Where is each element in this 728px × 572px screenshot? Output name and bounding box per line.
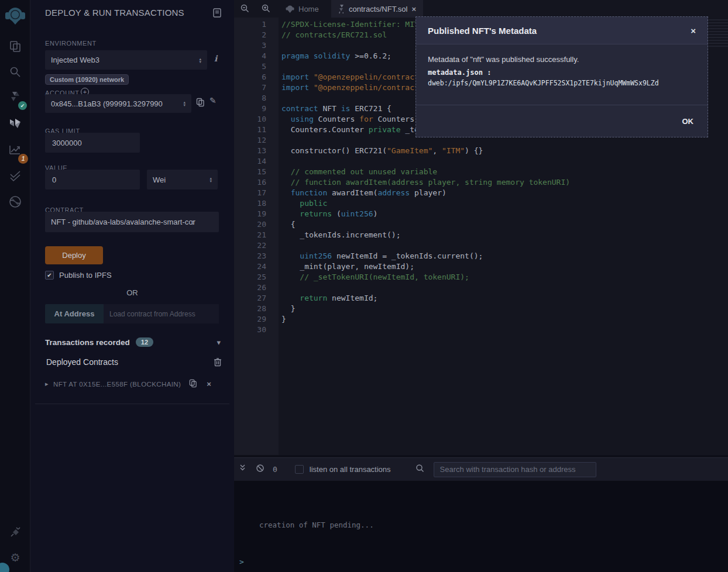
minimap[interactable] [709,19,728,49]
compiler-success-badge: ✔ [18,101,27,110]
value-input[interactable] [45,170,140,189]
deploy-panel: DEPLOY & RUN TRANSACTIONS ENVIRONMENT In… [30,0,234,572]
chevron-right-icon[interactable]: ▸ [45,380,49,388]
transactions-count-badge: 12 [136,337,153,347]
documentation-icon[interactable] [213,8,222,20]
modal-body: Metadata of "nft" was published successf… [416,44,708,105]
code-line: public [281,198,570,209]
plugin-manager-icon[interactable] [0,522,30,542]
analytics-notification-badge: 1 [18,154,28,164]
environment-label: ENVIRONMENT [45,40,97,47]
solidity-compiler-icon[interactable]: ✔ [0,87,30,109]
value-unit-select[interactable]: Wei ▴▾ [147,170,218,189]
code-line [281,325,570,335]
environment-value: Injected Web3 [51,56,99,64]
modal-title: Published NFT's Metadata [428,26,537,36]
terminal-pending-message: creation of NFT pending... [259,521,374,529]
editor-tabbar: Home contracts/NFT.sol × [234,0,728,18]
publish-ipfs-label: Publish to IPFS [59,271,112,280]
transactions-recorded-label: Transactions recorded [45,338,130,347]
plugin-sphere-icon[interactable] [0,192,30,212]
edit-account-icon[interactable]: ✎ [210,96,217,105]
code-line: { [281,219,570,230]
modal-message: Metadata of "nft" was published successf… [428,55,696,64]
modal-close-icon[interactable]: × [691,26,696,36]
or-divider: OR [30,288,234,297]
chevron-down-icon[interactable]: ▾ [217,338,221,347]
modal-filename: metadata.json : [428,68,696,77]
at-address-input[interactable] [104,304,219,323]
environment-info-icon[interactable]: i [214,54,217,63]
search-plugin-icon[interactable] [0,62,30,82]
tab-close-icon[interactable]: × [411,5,416,13]
deploy-run-icon[interactable] [0,113,30,133]
caret-updown-icon: ▴▾ [210,177,212,182]
caret-updown-icon: ▴▾ [199,57,201,63]
analytics-icon[interactable]: 1 [0,139,30,161]
solidity-file-icon [338,5,345,13]
code-line: function awardItem(address player) [281,188,570,198]
clear-console-icon[interactable] [256,464,265,475]
deployed-contracts-label: Deployed Contracts [46,357,118,367]
transaction-count: 0 [273,465,277,474]
code-line: returns (uint256) [281,209,570,219]
contract-value: NFT - github/ava-labs/avalanche-smart-co… [51,218,195,226]
panel-separator [35,404,229,404]
terminal-output[interactable]: creation of NFT pending... > [234,481,728,572]
trash-icon[interactable] [214,357,222,369]
copy-contract-icon[interactable] [189,379,197,389]
caret-updown-icon: ▴▾ [192,219,194,225]
gas-limit-input[interactable] [45,133,140,153]
value-unit: Wei [153,175,166,184]
account-value: 0x845...B1aB3 (999991.3297990 [51,99,163,108]
contract-select[interactable]: NFT - github/ava-labs/avalanche-smart-co… [45,212,219,232]
code-line: // commented out unused variable [281,167,570,177]
gutter: 1234567891011121314151617181920212223242… [234,19,279,335]
deployed-contract-item[interactable]: ▸ NFT AT 0X15E...E558F (BLOCKCHAIN) × [45,379,221,389]
panel-title: DEPLOY & RUN TRANSACTIONS [45,8,184,18]
at-address-button[interactable]: At Address [45,304,104,323]
remix-logo-icon[interactable] [0,4,30,28]
terminal-search-input[interactable] [434,462,596,477]
remove-contract-icon[interactable]: × [207,380,211,388]
code-line [281,156,570,167]
zoom-in-icon[interactable] [261,4,271,16]
deployed-contract-name: NFT AT 0X15E...E558F (BLOCKCHAIN) [53,381,181,388]
modal-header: Published NFT's Metadata × [416,17,708,44]
unit-testing-icon[interactable] [0,166,30,186]
file-explorer-icon[interactable] [0,36,30,56]
transactions-recorded-row[interactable]: Transactions recorded 12 ▾ [45,337,221,347]
environment-select[interactable]: Injected Web3 ▴▾ [45,50,207,70]
code-line: // function awardItem(address player, st… [281,177,570,188]
caret-updown-icon: ▴▾ [183,101,186,106]
tab-nft-sol-label: contracts/NFT.sol [349,5,407,13]
terminal-prompt: > [239,557,244,566]
code-line: _mint(player, newItemId); [281,261,570,272]
publish-ipfs-checkbox[interactable]: ✔ [45,271,54,280]
code-line: constructor() ERC721("GameItem", "ITM") … [281,146,570,156]
tab-home[interactable]: Home [279,0,326,18]
account-select[interactable]: 0x845...B1aB3 (999991.3297990 ▴▾ [45,94,191,113]
code-line: uint256 newItemId = _tokenIds.current(); [281,251,570,261]
code-line [281,240,570,251]
code-line: _tokenIds.increment(); [281,230,570,240]
tab-nft-sol[interactable]: contracts/NFT.sol × [331,0,423,18]
code-line: // _setTokenURI(newItemId, tokenURI); [281,272,570,282]
collapse-terminal-icon[interactable] [239,464,246,475]
modal-ok-button[interactable]: OK [682,117,694,126]
network-badge: Custom (10920) network [45,74,129,85]
listen-all-label: listen on all transactions [310,465,391,474]
modal-footer: OK [416,105,708,137]
published-metadata-modal: Published NFT's Metadata × Metadata of "… [415,16,708,137]
listen-all-checkbox[interactable] [295,465,304,474]
code-line: } [281,314,570,325]
modal-ipfs-hash: dweb:/ipfs/QmYL9P1Z7KE6AQvKJPFF52SX1p2TE… [428,79,696,87]
deploy-button[interactable]: Deploy [45,246,103,264]
copy-account-icon[interactable] [196,98,205,109]
code-line: return newItemId; [281,293,570,304]
icon-sidebar: ✔ 1 [0,0,30,572]
search-icon [415,464,424,475]
code-line: } [281,304,570,314]
code-line [281,282,570,293]
zoom-out-icon[interactable] [240,4,250,16]
